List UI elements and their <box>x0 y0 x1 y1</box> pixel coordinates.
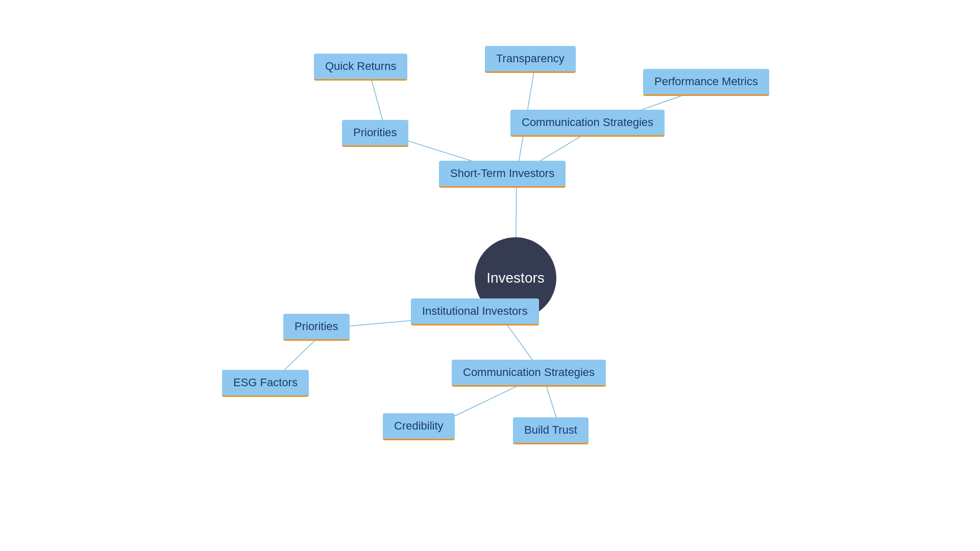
label-transparency: Transparency <box>485 46 576 73</box>
label-communication-strategies-top: Communication Strategies <box>510 110 665 137</box>
label-quick-returns: Quick Returns <box>314 54 407 81</box>
node-esg-factors: ESG Factors <box>222 370 309 397</box>
node-communication-strategies-top: Communication Strategies <box>510 110 665 137</box>
node-priorities-bottom: Priorities <box>283 314 350 341</box>
node-priorities-top: Priorities <box>342 120 408 147</box>
label-credibility: Credibility <box>383 413 455 440</box>
label-institutional-investors: Institutional Investors <box>411 298 539 325</box>
node-communication-strategies-bottom: Communication Strategies <box>452 360 606 387</box>
node-institutional-investors: Institutional Investors <box>411 298 539 325</box>
node-quick-returns: Quick Returns <box>314 54 407 81</box>
label-priorities-bottom: Priorities <box>283 314 350 341</box>
label-short-term-investors: Short-Term Investors <box>439 161 566 188</box>
label-performance-metrics: Performance Metrics <box>643 69 769 96</box>
label-communication-strategies-bottom: Communication Strategies <box>452 360 606 387</box>
node-credibility: Credibility <box>383 413 455 440</box>
mind-map-canvas: InvestorsShort-Term InvestorsPrioritiesQ… <box>0 0 980 551</box>
label-priorities-top: Priorities <box>342 120 408 147</box>
label-esg-factors: ESG Factors <box>222 370 309 397</box>
node-short-term-investors: Short-Term Investors <box>439 161 566 188</box>
node-build-trust: Build Trust <box>513 417 589 444</box>
label-build-trust: Build Trust <box>513 417 589 444</box>
node-performance-metrics: Performance Metrics <box>643 69 769 96</box>
node-transparency: Transparency <box>485 46 576 73</box>
